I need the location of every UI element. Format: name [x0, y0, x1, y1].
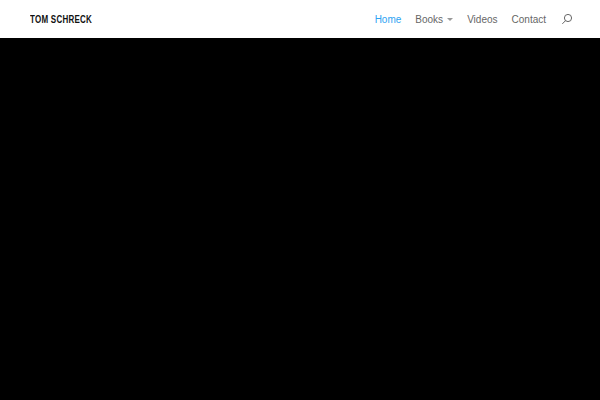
search-icon: [561, 13, 573, 25]
nav-item-books[interactable]: Books: [415, 14, 453, 25]
site-header: TOM SCHRECK Home Books Videos Contact: [0, 0, 600, 38]
nav-item-books-label: Books: [415, 14, 443, 25]
nav-item-contact-label: Contact: [512, 14, 546, 25]
site-logo[interactable]: TOM SCHRECK: [30, 14, 92, 25]
nav-item-videos[interactable]: Videos: [467, 14, 497, 25]
nav-list: Home Books Videos Contact: [361, 13, 573, 26]
nav-item-home-label: Home: [375, 14, 402, 25]
search-button[interactable]: [560, 13, 573, 26]
chevron-down-icon: [447, 18, 453, 21]
main-nav: Home Books Videos Contact: [361, 13, 573, 26]
hero-section: [0, 38, 600, 400]
nav-item-contact[interactable]: Contact: [512, 14, 546, 25]
nav-item-home[interactable]: Home: [375, 14, 402, 25]
nav-item-videos-label: Videos: [467, 14, 497, 25]
